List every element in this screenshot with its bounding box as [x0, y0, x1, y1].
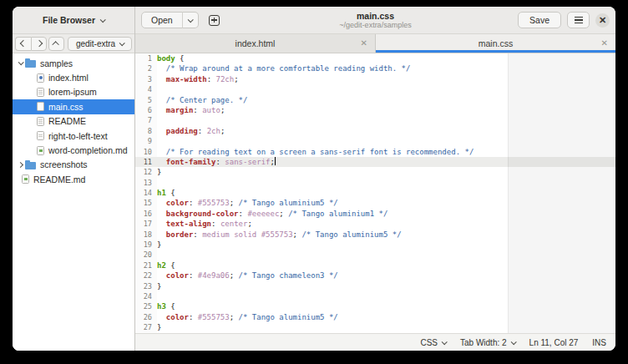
line-text: font-family: sans-serif; [157, 157, 276, 167]
new-tab-button[interactable] [205, 12, 225, 28]
code-line[interactable]: 23} [135, 281, 615, 291]
up-icon [52, 41, 58, 48]
expander-down-icon[interactable] [15, 61, 25, 65]
line-text: } [157, 167, 161, 177]
code-line[interactable]: 17 text-align: center; [135, 219, 615, 229]
line-number: 27 [135, 322, 157, 332]
tab-close-icon[interactable]: ✕ [361, 39, 367, 48]
code-editor[interactable]: 1body {2 /* Wrap around at a more comfor… [135, 53, 615, 333]
file-icon [22, 174, 29, 184]
code-line[interactable]: 1body { [135, 53, 615, 63]
code-line[interactable]: 21h2 { [135, 260, 615, 270]
code-line[interactable]: 27} [135, 322, 615, 332]
file-icon [37, 88, 44, 97]
headerbar-right: Save ✕ [518, 12, 610, 28]
tab-label: index.html [236, 38, 276, 48]
file-icon [37, 73, 44, 83]
line-number: 13 [135, 178, 157, 188]
open-button[interactable]: Open [141, 12, 183, 28]
file-icon [37, 146, 44, 155]
chevron-down-icon [442, 339, 448, 345]
tree-item-lorem-ipsum[interactable]: lorem-ipsum [13, 85, 134, 99]
line-text: /* For reading text on a screen a sans-s… [157, 147, 474, 157]
code-line[interactable]: 5 /* Center page. */ [135, 95, 615, 105]
location-dropdown[interactable]: gedit-extra [68, 37, 132, 51]
tree-item-readme[interactable]: README [13, 114, 134, 129]
line-number: 9 [135, 136, 157, 146]
menu-button[interactable] [567, 12, 590, 28]
tab-width-dropdown[interactable]: Tab Width: 2 [460, 338, 515, 347]
code-line[interactable]: 13 [135, 178, 615, 188]
tree-item-label: README [48, 116, 86, 126]
code-line[interactable]: 26 color: #555753; /* Tango aluminium5 *… [135, 312, 615, 322]
line-number: 19 [135, 240, 157, 250]
tree-item-label: README.md [33, 174, 85, 185]
line-text: } [157, 322, 161, 332]
code-line[interactable]: 3 max-width: 72ch; [135, 74, 615, 84]
line-text: color: #4e9a06; /* Tango chameleon3 */ [157, 270, 338, 281]
tree-item-readme-md[interactable]: README.md [13, 172, 134, 186]
code-line[interactable]: 7 [135, 115, 615, 125]
chevron-down-icon [510, 339, 516, 345]
file-icon [37, 131, 44, 140]
code-line[interactable]: 22 color: #4e9a06; /* Tango chameleon3 *… [135, 270, 615, 281]
line-number: 25 [135, 301, 157, 311]
chevron-down-icon [188, 17, 194, 23]
open-recent-dropdown[interactable] [182, 12, 199, 28]
editor-column: Open main.css ~/gedit-extra/samples Save… [135, 7, 615, 351]
tree-item-main-css[interactable]: main.css [13, 99, 134, 114]
tree-item-word-completion-md[interactable]: word-completion.md [13, 143, 134, 157]
new-tab-icon [209, 15, 220, 26]
line-number: 24 [135, 291, 157, 301]
code-line[interactable]: 25h3 { [135, 301, 615, 311]
code-line[interactable]: 14h1 { [135, 188, 615, 198]
folder-icon [25, 60, 36, 68]
tab-index-html[interactable]: index.html✕ [135, 34, 376, 53]
panel-switcher-button[interactable]: File Browser [13, 7, 134, 34]
code-line[interactable]: 15 color: #555753; /* Tango aluminium5 *… [135, 198, 615, 208]
code-line[interactable]: 16 background-color: #eeeeec; /* Tango a… [135, 209, 615, 219]
code-line[interactable]: 20 [135, 250, 615, 260]
code-line[interactable]: 24 [135, 291, 615, 301]
tree-item-label: index.html [48, 73, 89, 83]
window-close-button[interactable]: ✕ [595, 13, 610, 28]
folder-icon [25, 162, 36, 169]
line-text: body { [157, 53, 185, 63]
tab-main-css[interactable]: main.css✕ [376, 34, 615, 53]
location-label: gedit-extra [76, 39, 115, 48]
insert-mode[interactable]: INS [592, 338, 606, 347]
code-line[interactable]: 10 /* For reading text on a screen a san… [135, 147, 615, 157]
expander-right-icon[interactable] [15, 163, 25, 167]
line-text: margin: auto; [157, 105, 225, 115]
tree-item-right-to-left-text[interactable]: right-to-left-text [13, 129, 134, 143]
language-label: CSS [420, 338, 438, 347]
tab-close-icon[interactable]: ✕ [601, 39, 608, 48]
line-number: 1 [135, 53, 157, 63]
tree-item-index-html[interactable]: index.html [13, 70, 134, 84]
line-number: 2 [135, 63, 157, 73]
language-dropdown[interactable]: CSS [420, 338, 446, 347]
code-line[interactable]: 19} [135, 240, 615, 250]
tab-width-label: Tab Width: 2 [460, 338, 507, 347]
back-button[interactable] [15, 37, 31, 51]
tree-item-screenshots[interactable]: screenshots [13, 158, 134, 172]
line-number: 11 [135, 157, 157, 167]
tab-label: main.css [479, 38, 513, 48]
code-line[interactable]: 8 padding: 2ch; [135, 126, 615, 136]
close-icon: ✕ [599, 15, 606, 26]
code-line[interactable]: 2 /* Wrap around at a more comfortable r… [135, 63, 615, 73]
file-icon [37, 102, 44, 111]
code-line[interactable]: 12} [135, 167, 615, 177]
save-button[interactable]: Save [518, 12, 561, 28]
code-line[interactable]: 11 font-family: sans-serif; [135, 157, 615, 167]
up-button[interactable] [48, 37, 64, 51]
code-line[interactable]: 9 [135, 136, 615, 146]
code-line[interactable]: 4 [135, 84, 615, 94]
forward-button[interactable] [31, 37, 47, 51]
line-number: 14 [135, 188, 157, 198]
file-icon [37, 117, 44, 126]
code-line[interactable]: 6 margin: auto; [135, 105, 615, 115]
tree-item-samples[interactable]: samples [13, 56, 134, 70]
code-line[interactable]: 18 border: medium solid #555753; /* Tang… [135, 230, 615, 240]
cursor-position[interactable]: Ln 11, Col 27 [529, 338, 579, 347]
